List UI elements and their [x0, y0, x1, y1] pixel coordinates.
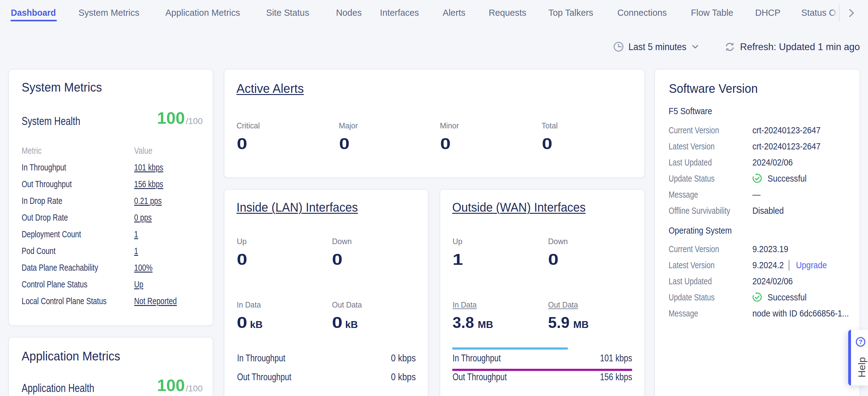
svg-text:?: ?: [859, 338, 863, 345]
